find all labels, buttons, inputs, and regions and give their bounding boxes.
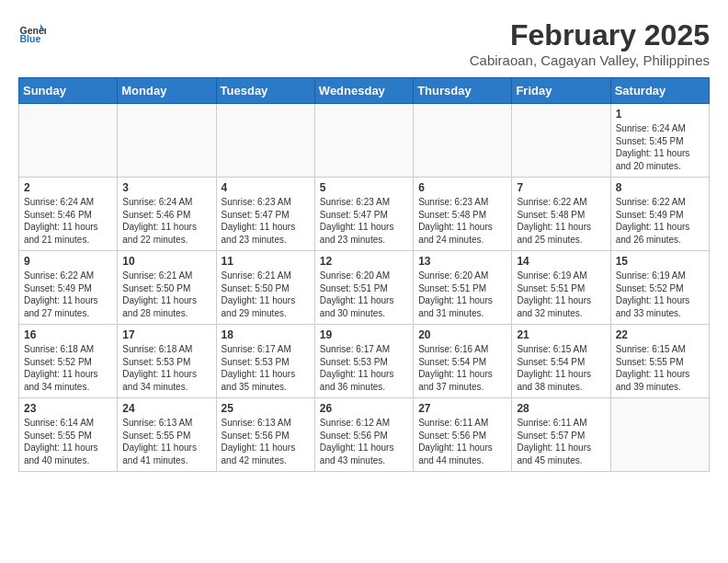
day-info: Sunrise: 6:24 AM Sunset: 5:45 PM Dayligh… [616, 122, 704, 172]
day-info: Sunrise: 6:24 AM Sunset: 5:46 PM Dayligh… [24, 196, 112, 246]
col-tuesday: Tuesday [216, 78, 314, 104]
day-info: Sunrise: 6:15 AM Sunset: 5:54 PM Dayligh… [517, 343, 605, 393]
table-row: 8Sunrise: 6:22 AM Sunset: 5:49 PM Daylig… [610, 178, 709, 251]
day-number: 7 [517, 181, 605, 194]
calendar-week-row: 1Sunrise: 6:24 AM Sunset: 5:45 PM Daylig… [19, 104, 710, 178]
day-number: 8 [616, 181, 704, 194]
day-number: 12 [320, 255, 408, 268]
day-number: 24 [122, 402, 210, 415]
day-info: Sunrise: 6:20 AM Sunset: 5:51 PM Dayligh… [418, 270, 506, 319]
day-number: 9 [24, 255, 112, 268]
day-number: 20 [418, 328, 506, 341]
col-saturday: Saturday [610, 78, 709, 104]
day-number: 21 [517, 328, 605, 341]
table-row: 26Sunrise: 6:12 AM Sunset: 5:56 PM Dayli… [314, 398, 413, 472]
table-row [216, 104, 314, 178]
table-row: 5Sunrise: 6:23 AM Sunset: 5:47 PM Daylig… [314, 178, 413, 251]
day-info: Sunrise: 6:21 AM Sunset: 5:50 PM Dayligh… [122, 270, 210, 319]
day-number: 10 [122, 255, 210, 268]
day-info: Sunrise: 6:23 AM Sunset: 5:47 PM Dayligh… [222, 196, 310, 246]
calendar-week-row: 16Sunrise: 6:18 AM Sunset: 5:52 PM Dayli… [19, 325, 710, 398]
day-number: 19 [320, 328, 408, 341]
day-info: Sunrise: 6:18 AM Sunset: 5:53 PM Dayligh… [122, 343, 210, 393]
table-row: 3Sunrise: 6:24 AM Sunset: 5:46 PM Daylig… [118, 178, 216, 251]
day-number: 15 [616, 255, 704, 268]
day-number: 23 [24, 402, 112, 415]
day-info: Sunrise: 6:16 AM Sunset: 5:54 PM Dayligh… [418, 343, 506, 393]
day-info: Sunrise: 6:18 AM Sunset: 5:52 PM Dayligh… [24, 343, 112, 393]
day-number: 27 [418, 402, 506, 415]
calendar-week-row: 2Sunrise: 6:24 AM Sunset: 5:46 PM Daylig… [19, 178, 710, 251]
month-year: February 2025 [470, 18, 710, 52]
svg-text:Blue: Blue [20, 33, 41, 44]
table-row: 6Sunrise: 6:23 AM Sunset: 5:48 PM Daylig… [414, 178, 512, 251]
day-info: Sunrise: 6:19 AM Sunset: 5:52 PM Dayligh… [616, 270, 704, 319]
table-row: 10Sunrise: 6:21 AM Sunset: 5:50 PM Dayli… [118, 251, 216, 325]
table-row: 25Sunrise: 6:13 AM Sunset: 5:56 PM Dayli… [216, 398, 314, 472]
table-row [314, 104, 413, 178]
day-number: 13 [418, 255, 506, 268]
col-wednesday: Wednesday [314, 78, 413, 104]
table-row [19, 104, 118, 178]
day-info: Sunrise: 6:13 AM Sunset: 5:56 PM Dayligh… [222, 417, 310, 466]
day-info: Sunrise: 6:24 AM Sunset: 5:46 PM Dayligh… [122, 196, 210, 246]
calendar-header-row: Sunday Monday Tuesday Wednesday Thursday… [19, 78, 710, 104]
col-thursday: Thursday [414, 78, 512, 104]
table-row [414, 104, 512, 178]
col-monday: Monday [118, 78, 216, 104]
table-row: 9Sunrise: 6:22 AM Sunset: 5:49 PM Daylig… [19, 251, 118, 325]
table-row: 14Sunrise: 6:19 AM Sunset: 5:51 PM Dayli… [512, 251, 610, 325]
table-row: 15Sunrise: 6:19 AM Sunset: 5:52 PM Dayli… [610, 251, 709, 325]
day-number: 18 [222, 328, 310, 341]
day-number: 16 [24, 328, 112, 341]
day-info: Sunrise: 6:11 AM Sunset: 5:56 PM Dayligh… [418, 417, 506, 466]
day-info: Sunrise: 6:22 AM Sunset: 5:48 PM Dayligh… [517, 196, 605, 246]
day-number: 25 [222, 402, 310, 415]
calendar-table: Sunday Monday Tuesday Wednesday Thursday… [18, 77, 710, 472]
day-number: 1 [616, 108, 704, 121]
day-info: Sunrise: 6:15 AM Sunset: 5:55 PM Dayligh… [616, 343, 704, 393]
day-info: Sunrise: 6:13 AM Sunset: 5:55 PM Dayligh… [122, 417, 210, 466]
table-row: 7Sunrise: 6:22 AM Sunset: 5:48 PM Daylig… [512, 178, 610, 251]
calendar-week-row: 9Sunrise: 6:22 AM Sunset: 5:49 PM Daylig… [19, 251, 710, 325]
day-number: 5 [320, 181, 408, 194]
table-row: 20Sunrise: 6:16 AM Sunset: 5:54 PM Dayli… [414, 325, 512, 398]
day-number: 11 [222, 255, 310, 268]
day-number: 17 [122, 328, 210, 341]
table-row: 1Sunrise: 6:24 AM Sunset: 5:45 PM Daylig… [610, 104, 709, 178]
table-row: 16Sunrise: 6:18 AM Sunset: 5:52 PM Dayli… [19, 325, 118, 398]
table-row: 18Sunrise: 6:17 AM Sunset: 5:53 PM Dayli… [216, 325, 314, 398]
day-info: Sunrise: 6:11 AM Sunset: 5:57 PM Dayligh… [517, 417, 605, 466]
table-row: 28Sunrise: 6:11 AM Sunset: 5:57 PM Dayli… [512, 398, 610, 472]
table-row: 22Sunrise: 6:15 AM Sunset: 5:55 PM Dayli… [610, 325, 709, 398]
day-number: 14 [517, 255, 605, 268]
table-row: 19Sunrise: 6:17 AM Sunset: 5:53 PM Dayli… [314, 325, 413, 398]
day-number: 2 [24, 181, 112, 194]
day-info: Sunrise: 6:20 AM Sunset: 5:51 PM Dayligh… [320, 270, 408, 319]
table-row: 4Sunrise: 6:23 AM Sunset: 5:47 PM Daylig… [216, 178, 314, 251]
table-row: 13Sunrise: 6:20 AM Sunset: 5:51 PM Dayli… [414, 251, 512, 325]
title-block: February 2025 Cabiraoan, Cagayan Valley,… [470, 18, 710, 68]
table-row [512, 104, 610, 178]
table-row: 17Sunrise: 6:18 AM Sunset: 5:53 PM Dayli… [118, 325, 216, 398]
day-number: 22 [616, 328, 704, 341]
page-header: General Blue February 2025 Cabiraoan, Ca… [18, 18, 710, 68]
day-info: Sunrise: 6:21 AM Sunset: 5:50 PM Dayligh… [222, 270, 310, 319]
col-friday: Friday [512, 78, 610, 104]
day-number: 28 [517, 402, 605, 415]
logo: General Blue [18, 18, 46, 46]
day-info: Sunrise: 6:12 AM Sunset: 5:56 PM Dayligh… [320, 417, 408, 466]
table-row [610, 398, 709, 472]
location: Cabiraoan, Cagayan Valley, Philippines [470, 52, 710, 68]
day-number: 4 [222, 181, 310, 194]
day-number: 3 [122, 181, 210, 194]
table-row: 12Sunrise: 6:20 AM Sunset: 5:51 PM Dayli… [314, 251, 413, 325]
col-sunday: Sunday [19, 78, 118, 104]
day-info: Sunrise: 6:23 AM Sunset: 5:48 PM Dayligh… [418, 196, 506, 246]
day-info: Sunrise: 6:19 AM Sunset: 5:51 PM Dayligh… [517, 270, 605, 319]
day-info: Sunrise: 6:17 AM Sunset: 5:53 PM Dayligh… [222, 343, 310, 393]
table-row: 2Sunrise: 6:24 AM Sunset: 5:46 PM Daylig… [19, 178, 118, 251]
table-row: 24Sunrise: 6:13 AM Sunset: 5:55 PM Dayli… [118, 398, 216, 472]
logo-icon: General Blue [18, 18, 46, 46]
table-row: 23Sunrise: 6:14 AM Sunset: 5:55 PM Dayli… [19, 398, 118, 472]
